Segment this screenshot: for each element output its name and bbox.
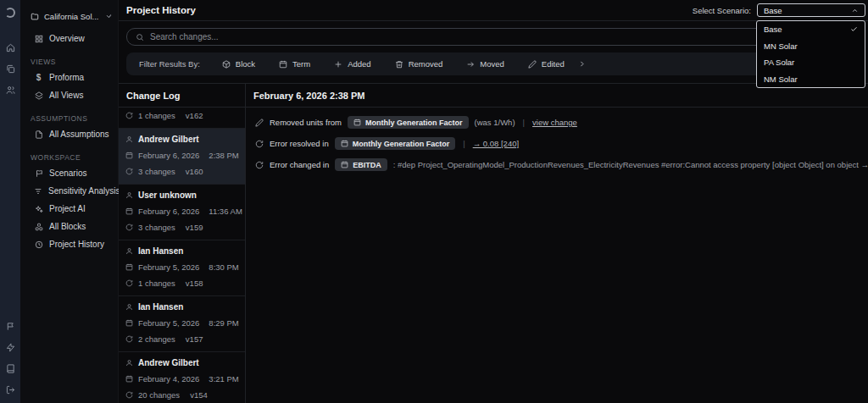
calendar-icon	[125, 152, 133, 159]
search-input[interactable]	[150, 32, 851, 41]
sidebar-item-project-ai[interactable]: Project AI	[20, 200, 118, 218]
change-log-entry-selected[interactable]: Andrew Gilbert February 6, 2026 2:38 PM	[119, 129, 245, 185]
zap-icon[interactable]	[6, 343, 15, 352]
change-log-entry[interactable]: Andrew Gilbert February 4, 2026 3:21 PM	[119, 352, 245, 403]
sidebar-item-overview[interactable]: Overview	[20, 30, 118, 47]
menu-option-nm-solar[interactable]: NM Solar	[757, 71, 865, 88]
filter-label: Moved	[480, 59, 504, 69]
app-root: California Sol... Overview VIEWS $ Profo…	[0, 0, 868, 403]
arrow-right-icon	[466, 60, 475, 69]
change-action: Error changed in	[270, 160, 329, 169]
folder-icon	[31, 13, 39, 21]
app-logo-icon	[5, 8, 15, 18]
change-log-entry[interactable]: 1 changes v162	[119, 108, 245, 129]
project-selector[interactable]: California Sol...	[20, 8, 118, 25]
sidebar-item-all-assumptions[interactable]: All Assumptions	[20, 125, 118, 143]
changes-icon	[125, 335, 133, 343]
chip-label: EBITDA	[353, 161, 381, 169]
filter-edited-button[interactable]: Edited	[528, 59, 565, 69]
block-chip[interactable]: Monthly Generation Factor	[335, 137, 456, 150]
users-icon[interactable]	[6, 86, 15, 95]
sidebar-item-label: Proforma	[49, 73, 84, 82]
menu-option-base[interactable]: Base	[757, 21, 865, 38]
sidebar-item-sensitivity-analysis[interactable]: Sensitivity Analysis	[20, 182, 118, 200]
changes-icon	[125, 112, 133, 119]
sidebar-item-proforma[interactable]: $ Proforma	[20, 69, 118, 86]
trash-icon	[395, 60, 403, 69]
sidebar-item-label: Scenarios	[49, 168, 86, 178]
calendar-icon	[341, 161, 348, 168]
docs-icon[interactable]	[6, 364, 15, 373]
home-icon[interactable]	[6, 43, 15, 52]
chevron-right-icon[interactable]	[578, 60, 586, 68]
entry-version: v162	[186, 111, 203, 120]
filter-label: Edited	[542, 59, 565, 69]
sidebar-item-label: Sensitivity Analysis	[48, 186, 120, 196]
pencil-icon	[528, 60, 537, 69]
menu-option-mn-solar[interactable]: MN Solar	[757, 38, 865, 55]
content-area: Change Log 1 changes v162	[119, 83, 868, 403]
page-title: Project History	[126, 5, 196, 15]
filter-label: Term	[292, 59, 310, 69]
entry-time: 11:36 AM	[209, 207, 242, 216]
filter-block-button[interactable]: Block	[222, 59, 255, 69]
entry-date: February 4, 2026	[138, 374, 199, 384]
dollar-icon: $	[34, 73, 43, 82]
sidebar-item-scenarios[interactable]: Scenarios	[20, 164, 118, 182]
filter-label: Block	[236, 59, 255, 69]
scenario-select-value: Base	[764, 6, 782, 15]
sidebar-item-all-blocks[interactable]: All Blocks	[20, 218, 118, 235]
menu-option-label: PA Solar	[764, 58, 794, 67]
block-chip[interactable]: EBITDA	[335, 158, 387, 171]
logout-icon[interactable]	[6, 385, 15, 395]
changes-icon	[125, 168, 133, 175]
entry-time: 8:30 PM	[209, 262, 238, 272]
change-log-entry[interactable]: Ian Hansen February 5, 2026 8:30 PM 1	[119, 240, 245, 296]
sidebar-item-project-history[interactable]: Project History	[20, 235, 118, 253]
chevron-up-icon	[851, 7, 859, 14]
section-workspace: WORKSPACE	[20, 143, 118, 164]
change-row: Error resolved in Monthly Generation Fac…	[255, 137, 868, 150]
sidebar-item-label: Project AI	[49, 204, 86, 213]
change-note: (was 1/Wh)	[475, 118, 515, 127]
error-message: : #dep Project_OperatingModel_Production…	[393, 160, 868, 169]
main-panel: Project History Select Scenario: Base Fi…	[119, 0, 868, 403]
calendar-icon	[279, 60, 287, 69]
filter-moved-button[interactable]: Moved	[466, 59, 504, 69]
menu-option-pa-solar[interactable]: PA Solar	[757, 54, 865, 71]
search-bar[interactable]	[126, 28, 860, 46]
blocks-icon	[34, 223, 43, 231]
feedback-flag-icon[interactable]	[6, 322, 15, 331]
chip-label: Monthly Generation Factor	[365, 119, 463, 127]
change-action: Error resolved in	[270, 139, 329, 148]
filter-label: Removed	[409, 59, 443, 69]
entry-date: February 5, 2026	[138, 318, 199, 328]
filter-term-button[interactable]: Term	[279, 59, 310, 69]
change-row: Removed units from Monthly Generation Fa…	[255, 116, 868, 129]
sidebar-item-label: All Views	[49, 91, 83, 100]
entry-changes: 1 changes	[138, 279, 175, 288]
sidebar-item-all-views[interactable]: All Views	[20, 86, 118, 104]
change-log-entry[interactable]: Ian Hansen February 5, 2026 8:29 PM 2	[119, 296, 245, 352]
filter-added-button[interactable]: Added	[334, 59, 370, 69]
view-change-link[interactable]: view change	[532, 118, 577, 127]
entry-changes: 2 changes	[138, 334, 175, 344]
changes-icon	[125, 224, 133, 231]
filter-removed-button[interactable]: Removed	[395, 59, 443, 69]
projects-icon[interactable]	[6, 64, 15, 74]
sidebar-item-label: All Blocks	[49, 222, 86, 231]
value-change-link[interactable]: → 0.08 [240]	[473, 139, 519, 148]
scenario-select[interactable]: Base	[757, 3, 865, 17]
entry-date: February 6, 2026	[138, 207, 199, 216]
block-chip[interactable]: Monthly Generation Factor	[348, 116, 469, 129]
person-icon	[125, 191, 133, 199]
clock-icon	[34, 240, 43, 249]
entry-date: February 6, 2026	[138, 151, 199, 160]
calendar-icon	[125, 207, 133, 215]
entry-time: 3:21 PM	[209, 374, 238, 384]
calendar-icon	[353, 119, 361, 126]
change-log-entry[interactable]: User unknown February 6, 2026 11:36 AM	[119, 185, 245, 240]
person-icon	[125, 135, 133, 143]
block-icon	[222, 60, 231, 69]
section-assumptions: ASSUMPTIONS	[20, 104, 118, 125]
